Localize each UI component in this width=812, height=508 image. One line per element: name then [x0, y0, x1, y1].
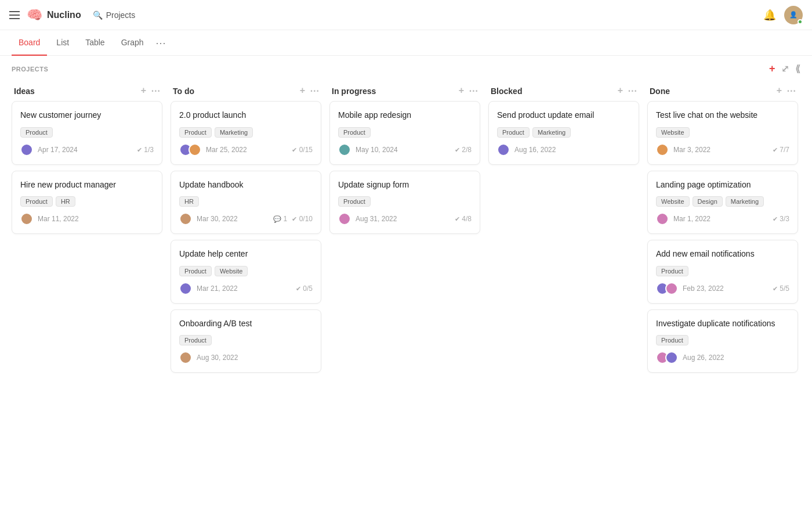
card-title: Onboarding A/B test — [179, 318, 313, 330]
card-done-3[interactable]: Investigate duplicate notificationsProdu… — [647, 309, 798, 373]
card-meta: ✔ 0/5 — [296, 284, 313, 293]
column-blocked: Blocked + ⋯ Send product update emailPro… — [488, 80, 639, 506]
card-title: Update help center — [179, 248, 313, 260]
expand-button[interactable]: ⤢ — [781, 63, 789, 74]
card-avatars — [179, 282, 192, 295]
tab-list[interactable]: List — [49, 30, 76, 56]
col-menu-todo[interactable]: ⋯ — [310, 85, 319, 96]
card-meta: ✔ 3/3 — [773, 215, 789, 223]
tag[interactable]: Website — [656, 196, 690, 207]
card-meta: 💬 1✔ 0/10 — [273, 215, 313, 223]
card-checks: ✔ 0/15 — [292, 146, 313, 154]
tag[interactable]: Product — [20, 127, 53, 138]
tag[interactable]: Product — [656, 335, 688, 345]
add-card-todo[interactable]: + — [300, 85, 305, 96]
bell-icon[interactable]: 🔔 — [763, 9, 776, 21]
card-tags: Product — [179, 335, 313, 345]
tag[interactable]: Product — [179, 335, 212, 345]
card-checks: ✔ 0/10 — [292, 215, 313, 223]
card-done-1[interactable]: Landing page optimizationWebsiteDesignMa… — [647, 171, 798, 235]
card-comments: 💬 1 — [273, 215, 287, 223]
card-blocked-0[interactable]: Send product update emailProductMarketin… — [488, 101, 639, 165]
card-avatars — [338, 212, 351, 225]
card-avatars — [497, 143, 510, 156]
tag[interactable]: Product — [656, 266, 688, 276]
avatar — [179, 351, 192, 364]
tab-table[interactable]: Table — [78, 30, 111, 56]
card-checks: ✔ 5/5 — [773, 284, 789, 293]
tab-more-menu[interactable]: ⋯ — [155, 37, 166, 49]
tag[interactable]: Product — [179, 266, 212, 276]
card-title: Test live chat on the website — [656, 110, 789, 121]
card-todo-3[interactable]: Onboarding A/B testProductAug 30, 2022 — [171, 309, 321, 373]
check-icon: ✔ — [137, 146, 142, 153]
tag[interactable]: Marketing — [215, 127, 253, 138]
card-footer: Aug 16, 2022 — [497, 143, 630, 156]
card-todo-1[interactable]: Update handbookHRMar 30, 2022💬 1✔ 0/10 — [171, 171, 321, 235]
add-card-inprogress[interactable]: + — [459, 85, 464, 96]
card-ideas-0[interactable]: New customer journeyProductApr 17, 2024✔… — [12, 101, 162, 165]
avatar — [665, 351, 678, 364]
hamburger-menu[interactable] — [9, 11, 20, 19]
card-title: Send product update email — [497, 110, 630, 121]
card-tags: WebsiteDesignMarketing — [656, 196, 789, 207]
tag[interactable]: Product — [338, 196, 371, 207]
avatar — [179, 282, 192, 295]
tag[interactable]: Website — [215, 266, 248, 276]
card-todo-0[interactable]: 2.0 product launchProductMarketingMar 25… — [171, 101, 321, 165]
card-date: Aug 31, 2022 — [356, 215, 397, 223]
add-column-button[interactable]: + — [769, 63, 775, 75]
column-done: Done + ⋯ Test live chat on the websiteWe… — [647, 80, 798, 506]
col-menu-done[interactable]: ⋯ — [786, 85, 796, 96]
column-inprogress: In progress + ⋯ Mobile app redesignProdu… — [329, 80, 480, 506]
tag[interactable]: Product — [497, 127, 530, 138]
col-menu-ideas[interactable]: ⋯ — [151, 85, 160, 96]
card-date: Mar 11, 2022 — [38, 215, 79, 223]
add-card-done[interactable]: + — [777, 85, 782, 96]
tag[interactable]: Product — [179, 127, 212, 138]
logo-text: Nuclino — [47, 10, 81, 20]
card-tags: Product — [656, 335, 789, 345]
tab-board[interactable]: Board — [12, 30, 47, 56]
card-inprogress-1[interactable]: Update signup formProductAug 31, 2022✔ 4… — [329, 171, 480, 235]
col-menu-inprogress[interactable]: ⋯ — [469, 85, 478, 96]
tag[interactable]: Product — [20, 196, 53, 207]
card-footer: Mar 21, 2022✔ 0/5 — [179, 282, 313, 295]
card-done-2[interactable]: Add new email notificationsProductFeb 23… — [647, 240, 798, 304]
col-menu-blocked[interactable]: ⋯ — [628, 85, 637, 96]
tab-graph[interactable]: Graph — [114, 30, 151, 56]
card-ideas-1[interactable]: Hire new product managerProductHRMar 11,… — [12, 171, 162, 235]
tag[interactable]: Marketing — [532, 127, 571, 138]
card-date: Mar 3, 2022 — [673, 146, 710, 154]
logo[interactable]: 🧠 Nuclino — [27, 8, 81, 23]
col-actions-inprogress: + ⋯ — [459, 85, 478, 96]
card-date: May 10, 2024 — [356, 146, 398, 154]
card-title: Landing page optimization — [656, 179, 789, 191]
search-area[interactable]: 🔍 Projects — [93, 10, 136, 20]
tag[interactable]: HR — [179, 196, 199, 207]
check-icon: ✔ — [455, 146, 460, 153]
col-actions-done: + ⋯ — [777, 85, 796, 96]
tag[interactable]: HR — [56, 196, 75, 207]
check-icon: ✔ — [773, 146, 778, 153]
online-indicator — [798, 19, 803, 24]
add-card-blocked[interactable]: + — [618, 85, 623, 96]
column-todo: To do + ⋯ 2.0 product launchProductMarke… — [171, 80, 321, 506]
user-avatar[interactable]: 👤 — [784, 6, 803, 24]
card-date: Mar 1, 2022 — [673, 215, 710, 223]
card-checks: ✔ 0/5 — [296, 284, 313, 293]
collapse-button[interactable]: ⟪ — [795, 63, 801, 74]
col-actions-blocked: + ⋯ — [618, 85, 637, 96]
tag[interactable]: Product — [338, 127, 371, 138]
card-avatars — [338, 143, 351, 156]
card-todo-2[interactable]: Update help centerProductWebsiteMar 21, … — [171, 240, 321, 304]
search-label: Projects — [106, 10, 136, 20]
add-card-ideas[interactable]: + — [141, 85, 146, 96]
tag[interactable]: Marketing — [726, 196, 764, 207]
card-footer: May 10, 2024✔ 2/8 — [338, 143, 472, 156]
card-done-0[interactable]: Test live chat on the websiteWebsiteMar … — [647, 101, 798, 165]
card-inprogress-0[interactable]: Mobile app redesignProductMay 10, 2024✔ … — [329, 101, 480, 165]
tag[interactable]: Website — [656, 127, 690, 138]
card-avatars — [20, 143, 33, 156]
tag[interactable]: Design — [693, 196, 723, 207]
